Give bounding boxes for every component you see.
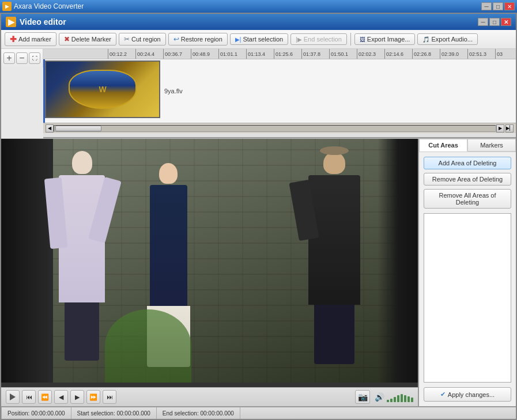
ruler-mark-8: 01:50.1 <box>329 49 357 59</box>
add-marker-button[interactable]: ✚ Add marker <box>5 32 56 46</box>
ruler-mark-0: 00:12.2 <box>108 49 135 59</box>
app-minimize-btn[interactable]: ─ <box>478 18 488 26</box>
status-position: Position: 00:00:00.000 <box>1 407 71 419</box>
add-marker-label: Add marker <box>18 36 51 43</box>
progress-bar-container[interactable] <box>1 383 418 387</box>
screenshot-button[interactable]: 📷 <box>355 390 370 404</box>
vol-bar-4 <box>397 395 399 402</box>
side-panel-content: Add Area of Deleting Remove Area of Dele… <box>419 152 516 213</box>
ruler-marks: 00:12.2 00:24.4 00:36.7 00:48.9 01:01.1 … <box>108 49 512 59</box>
vol-bar-6 <box>404 395 406 402</box>
ruler-mark-1: 00:24.4 <box>135 49 163 59</box>
start-icon: ▶| <box>235 36 241 43</box>
timeline-track-row: W 9ya.flv <box>43 59 516 123</box>
tab-markers[interactable]: Markers <box>467 139 516 152</box>
zoom-in-button[interactable]: + <box>3 52 15 64</box>
vol-bar-2 <box>390 399 393 402</box>
export-image-label: Export Image... <box>367 36 410 43</box>
cut-region-label: Cut region <box>131 36 161 43</box>
timeline-area: 00:12.2 00:24.4 00:36.7 00:48.9 01:01.1 … <box>43 49 516 138</box>
ruler-mark-9: 02:02.3 <box>357 49 384 59</box>
export-audio-label: Export Audio... <box>431 36 473 43</box>
prev-button[interactable]: ⏮ <box>22 390 36 404</box>
scrollbar-thumb[interactable] <box>55 126 101 131</box>
play-icon <box>10 393 16 400</box>
video-thumbnail: W <box>45 60 160 118</box>
cut-icon: ✂ <box>124 35 130 43</box>
main-content: ⏮ ⏪ ◀ ▶ ⏩ ⏭ 📷 🔊 <box>1 139 516 406</box>
volume-bars <box>387 392 413 402</box>
tab-cut-areas[interactable]: Cut Areas <box>419 139 467 152</box>
delete-icon: ✖ <box>64 35 70 43</box>
vol-bar-3 <box>394 397 396 402</box>
os-close-btn[interactable]: ✕ <box>504 2 515 10</box>
toolbar-separator <box>350 33 351 46</box>
step-back-button[interactable]: ◀ <box>54 390 68 404</box>
play-button[interactable] <box>6 390 20 404</box>
status-bar: Position: 00:00:00.000 Start selection: … <box>1 406 516 419</box>
video-filename: 9ya.flv <box>164 88 183 94</box>
ruler-mark-4: 01:01.1 <box>218 49 246 59</box>
video-player: ⏮ ⏪ ◀ ▶ ⏩ ⏭ 📷 🔊 <box>1 139 418 406</box>
remove-area-button[interactable]: Remove Area of Deleting <box>424 173 511 186</box>
vol-bar-5 <box>401 394 403 402</box>
status-end-selection: End selection: 00:00:00.000 <box>157 407 240 419</box>
app-icon: ▶ <box>6 17 16 27</box>
back-button[interactable]: ⏪ <box>38 390 52 404</box>
timeline-scrollbar[interactable]: ◀ ▶ ▶▏ <box>43 123 516 133</box>
restore-icon: ↩ <box>173 35 179 43</box>
os-window-title: Axara Video Converter <box>14 2 84 10</box>
checkmark-icon: ✔ <box>440 391 446 398</box>
app-os-icon: ▶ <box>2 2 12 11</box>
ruler-mark-7: 01:37.8 <box>301 49 329 59</box>
status-start-selection: Start selection: 00:00:00.000 <box>71 407 157 419</box>
start-selection-button[interactable]: ▶| Start selection <box>230 33 288 45</box>
scroll-right-btn[interactable]: ▶ <box>496 124 504 133</box>
timeline-track-content[interactable]: W 9ya.flv <box>43 59 516 123</box>
zoom-fit-button[interactable]: ⛶ <box>29 52 40 64</box>
vol-bar-7 <box>407 396 410 402</box>
app-maximize-btn[interactable]: □ <box>489 18 500 26</box>
end-selection-button[interactable]: |▶ End selection <box>290 33 347 45</box>
areas-list[interactable] <box>424 213 511 383</box>
zoom-out-button[interactable]: − <box>16 52 28 64</box>
ruler-mark-14: 03 <box>495 49 512 59</box>
ruler-mark-11: 02:26.8 <box>412 49 440 59</box>
vol-bar-8 <box>411 398 413 402</box>
end-selection-label: End selection <box>304 36 342 43</box>
delete-marker-label: Delete Marker <box>71 36 111 43</box>
step-forward-button[interactable]: ▶ <box>70 390 84 404</box>
app-close-btn[interactable]: ✕ <box>501 18 511 26</box>
ruler-mark-3: 00:48.9 <box>191 49 218 59</box>
delete-marker-button[interactable]: ✖ Delete Marker <box>59 33 116 46</box>
player-controls: ⏮ ⏪ ◀ ▶ ⏩ ⏭ 📷 🔊 <box>1 387 418 406</box>
scroll-page-right-btn[interactable]: ▶▏ <box>505 124 514 133</box>
zoom-controls: + − ⛶ <box>1 49 43 67</box>
ruler-mark-12: 02:39.0 <box>440 49 467 59</box>
scroll-left-btn[interactable]: ◀ <box>46 124 54 133</box>
side-panel-tabs: Cut Areas Markers <box>419 139 516 152</box>
app-title: Video editor <box>20 17 66 27</box>
plus-icon: ✚ <box>10 35 17 44</box>
forward-button[interactable]: ⏩ <box>86 390 100 404</box>
side-panel: Cut Areas Markers Add Area of Deleting R… <box>418 139 516 406</box>
cut-region-button[interactable]: ✂ Cut region <box>119 33 166 46</box>
os-title-bar: ▶ Axara Video Converter ─ □ ✕ <box>0 0 517 13</box>
apply-changes-button[interactable]: ✔ Apply changes... <box>424 387 511 402</box>
video-area[interactable] <box>1 139 418 383</box>
toolbar: ✚ Add marker ✖ Delete Marker ✂ Cut regio… <box>1 30 516 49</box>
export-image-button[interactable]: 🖼 Export Image... <box>354 33 416 45</box>
os-maximize-btn[interactable]: □ <box>493 2 503 10</box>
add-area-button[interactable]: Add Area of Deleting <box>424 157 511 169</box>
restore-region-button[interactable]: ↩ Restore region <box>168 33 228 46</box>
restore-region-label: Restore region <box>181 36 222 43</box>
apply-changes-label: Apply changes... <box>448 391 495 398</box>
remove-all-button[interactable]: Remove All Areas of Deleting <box>424 189 511 209</box>
app-title-bar: ▶ Video editor ─ □ ✕ <box>1 14 516 30</box>
export-audio-button[interactable]: 🎵 Export Audio... <box>417 33 478 45</box>
os-minimize-btn[interactable]: ─ <box>481 2 492 10</box>
next-button[interactable]: ⏭ <box>103 390 116 404</box>
scrollbar-track[interactable] <box>54 125 496 132</box>
ruler-mark-5: 01:13.4 <box>246 49 274 59</box>
export-image-icon: 🖼 <box>360 36 365 43</box>
